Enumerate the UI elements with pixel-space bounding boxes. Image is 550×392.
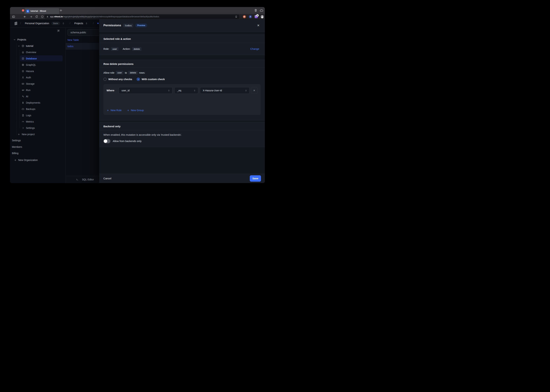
sidebar-item-hasura[interactable]: Hasura	[10, 68, 66, 74]
new-project-button[interactable]: New project	[10, 131, 66, 137]
sidebar-item-label: Hasura	[26, 70, 34, 73]
chevron-updown-icon	[85, 22, 88, 25]
sidebar: Projects tutorial Overview Database	[10, 27, 66, 183]
home-icon	[21, 51, 24, 54]
bookmark-icon[interactable]	[235, 15, 237, 18]
sidebar-item-metrics[interactable]: Metrics	[10, 119, 66, 125]
sidebar-item-tutorial[interactable]: tutorial	[10, 43, 66, 49]
reload-button[interactable]	[35, 14, 39, 19]
browser-tab[interactable]: tutorial - Nhost	[25, 8, 59, 14]
change-link[interactable]: Change	[250, 48, 259, 50]
toggle-label: Allow from backends only	[113, 140, 141, 142]
duckduckgo-extension-icon[interactable]	[242, 14, 246, 19]
backends-only-toggle[interactable]	[103, 139, 111, 143]
table-row-todos[interactable]: todos	[66, 43, 99, 50]
preview-badge: Preview	[135, 23, 147, 27]
plus-icon	[107, 109, 109, 112]
new-project-label: New project	[22, 133, 35, 136]
sidebar-item-database[interactable]: Database	[10, 56, 66, 62]
operator-select-value: _eq	[177, 89, 181, 92]
trash-icon[interactable]	[254, 9, 258, 12]
org-billing-link[interactable]: Billing	[12, 150, 18, 156]
radio-with-custom-check[interactable]: With custom check	[137, 78, 165, 81]
browser-toolbar: app.nhost.io/orgs/ykmujwrjdyoebkjsbcpp/p…	[10, 14, 265, 19]
sidebar-item-settings-tree[interactable]: Settings	[10, 125, 66, 131]
rule-actions: New Rule New Group	[107, 109, 144, 112]
allow-action-chip: delete	[128, 71, 138, 75]
save-button[interactable]: Save	[250, 175, 261, 182]
pin-off-icon[interactable]	[57, 29, 60, 32]
table-chip: todos	[123, 24, 133, 27]
app-content: / Personal Organization Starter / Projec…	[10, 19, 265, 183]
sidebar-item-deployments[interactable]: Deployments	[10, 100, 66, 106]
user-icon	[21, 76, 24, 79]
operator-select[interactable]: _eq	[174, 87, 198, 94]
value-select[interactable]: X-Hasura-User-Id	[200, 87, 250, 94]
section-row-permissions-title: Row delete permissions	[99, 60, 265, 68]
sidebar-item-run[interactable]: Run	[10, 87, 66, 93]
close-icon[interactable]: ✕	[257, 24, 260, 27]
role-label: Role:	[103, 48, 109, 50]
hasura-icon	[21, 70, 24, 73]
graphql-icon	[21, 63, 24, 66]
new-rule-button[interactable]: New Rule	[107, 109, 122, 112]
breadcrumb: / Personal Organization Starter / Projec…	[10, 19, 99, 28]
remove-rule-button[interactable]: ✕	[251, 87, 258, 94]
org-name: Personal Organization	[25, 22, 49, 25]
url-bar[interactable]: app.nhost.io/orgs/ykmujwrjdyoebkjsbcpp/p…	[44, 14, 239, 19]
close-window-button[interactable]	[22, 9, 24, 12]
sidebar-item-logs[interactable]: Logs	[10, 112, 66, 119]
new-table-link[interactable]: New Table	[66, 37, 99, 43]
radio-without-checks[interactable]: Without any checks	[103, 78, 132, 81]
chevron-down-icon	[18, 45, 20, 47]
sidebar-item-storage[interactable]: Storage	[10, 81, 66, 87]
sql-editor-label: SQL Editor	[82, 178, 94, 181]
extension-badge: 6	[256, 14, 259, 17]
org-settings-link[interactable]: Settings	[12, 137, 21, 144]
new-tab-button[interactable]	[59, 9, 63, 12]
breadcrumb-separator: /	[93, 19, 94, 27]
sidebar-section-projects[interactable]: Projects	[10, 36, 66, 43]
cloud-sync-icon[interactable]	[260, 9, 264, 13]
org-members-link[interactable]: Members	[12, 144, 22, 150]
sidebar-item-auth[interactable]: Auth	[10, 74, 66, 81]
nhost-logo[interactable]	[14, 19, 18, 27]
schema-select[interactable]: schema.public	[68, 29, 99, 36]
field-select[interactable]: user_id	[119, 87, 173, 94]
new-group-button[interactable]: New Group	[127, 109, 144, 112]
project-name: tutorial	[26, 44, 33, 47]
forward-button[interactable]	[29, 14, 33, 19]
eu-privacy-extension-icon[interactable]	[248, 14, 252, 19]
breadcrumb-separator: /	[70, 19, 70, 27]
org-selector[interactable]: Personal Organization Starter	[25, 19, 65, 27]
row-permissions-content: Allow role user to delete rows: Without …	[99, 68, 265, 120]
chevron-updown-icon	[193, 89, 196, 92]
new-group-label: New Group	[131, 109, 144, 112]
chevron-updown-icon	[167, 89, 170, 92]
sidebar-toggle-icon[interactable]	[11, 14, 16, 19]
cancel-button[interactable]: Cancel	[103, 177, 111, 180]
sidebar-item-ai[interactable]: AI	[10, 93, 66, 100]
url-text: app.nhost.io/orgs/ykmujwrjdyoebkjsbcpp/p…	[50, 15, 234, 18]
table-name-label: todos	[68, 45, 73, 48]
sidebar-item-backups[interactable]: Backups	[10, 106, 66, 112]
sidebar-item-overview[interactable]: Overview	[10, 49, 66, 56]
lock-icon	[46, 15, 49, 18]
sidebar-item-label: Overview	[26, 51, 36, 54]
shield-icon[interactable]	[40, 14, 44, 19]
breadcrumb-separator: /	[20, 19, 21, 27]
section-backend-only-title: Backend only	[99, 122, 265, 130]
projects-selector[interactable]: Projects	[74, 19, 88, 27]
new-organization-button[interactable]: New Organization	[14, 157, 38, 163]
chevron-down-icon	[13, 38, 16, 41]
sql-editor-button[interactable]: SQL Editor	[66, 176, 99, 183]
plus-icon	[127, 109, 130, 112]
sidebar-item-label: Database	[26, 57, 37, 60]
back-button[interactable]	[23, 14, 27, 19]
avatar[interactable]	[260, 14, 264, 19]
extension-with-badge-icon[interactable]: 6	[254, 14, 258, 19]
radio-label: With custom check	[142, 78, 165, 81]
sidebar-item-label: Metrics	[26, 120, 34, 123]
sidebar-item-graphql[interactable]: GraphQL	[10, 62, 66, 68]
schema-select-value: schema.public	[70, 31, 86, 34]
